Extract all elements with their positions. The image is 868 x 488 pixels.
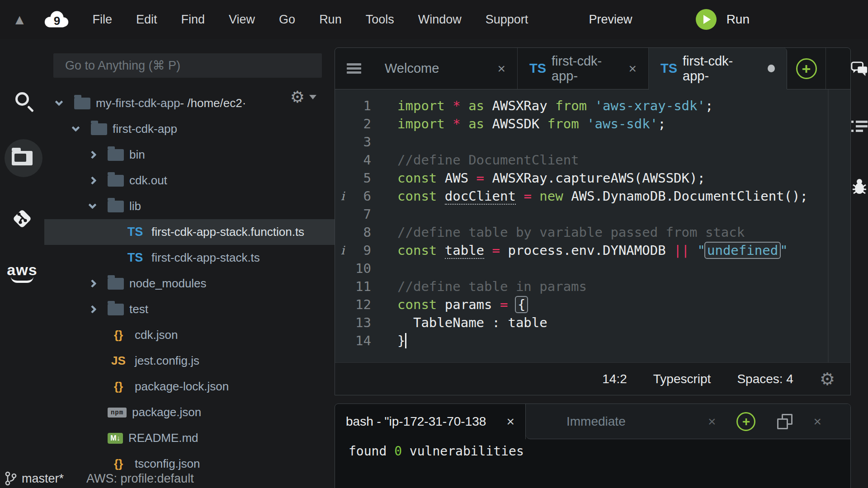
code-line-1[interactable]: 1import * as AWSXRay from 'aws-xray-sdk'…: [335, 97, 850, 115]
aws-profile-label[interactable]: AWS: profile:default: [86, 472, 194, 486]
folder-icon: [108, 304, 124, 315]
tree-item-tsconfig.json[interactable]: {}tsconfig.json: [44, 451, 335, 470]
info-icon[interactable]: i: [335, 244, 350, 257]
files-icon[interactable]: [0, 151, 44, 165]
git-branch-item[interactable]: master*: [5, 471, 64, 486]
tab-label: Welcome: [385, 61, 439, 76]
menu-tools[interactable]: Tools: [366, 13, 394, 27]
line-number: 9: [350, 243, 371, 258]
tree-item-my-first-cdk-app[interactable]: my-first-cdk-app - /home/ec2·: [44, 90, 335, 116]
code-text: //define table in params: [397, 279, 587, 294]
code-line-5[interactable]: 5const AWS = AWSXRay.captureAWS(AWSSDK);: [335, 169, 850, 187]
search-icon[interactable]: [0, 92, 44, 106]
collapse-menu-icon[interactable]: ▲: [15, 13, 24, 26]
editor-panel: Welcome×TSfirst-cdk-app-×TSfirst-cdk-app…: [335, 47, 851, 395]
close-icon[interactable]: ×: [484, 61, 505, 76]
close-icon[interactable]: ×: [506, 414, 514, 429]
tree-item-cdk.out[interactable]: cdk.out: [44, 168, 335, 193]
menu-run[interactable]: Run: [319, 13, 342, 27]
indent-setting[interactable]: Spaces: 4: [737, 372, 793, 386]
code-line-6[interactable]: i6const docClient = new AWS.DynamoDB.Doc…: [335, 187, 850, 205]
code-line-9[interactable]: i9const table = process.env.DYNAMODB || …: [335, 241, 850, 259]
menu-edit[interactable]: Edit: [136, 13, 157, 27]
git-icon[interactable]: [0, 207, 44, 230]
collaborate-icon[interactable]: [851, 61, 868, 77]
tree-item-package-lock.json[interactable]: {}package-lock.json: [44, 374, 335, 399]
tab-list-menu-button[interactable]: [335, 48, 373, 89]
menu-find[interactable]: Find: [181, 13, 205, 27]
chevron-right-icon[interactable]: [88, 150, 96, 159]
tree-item-README.md[interactable]: M↓README.md: [44, 425, 335, 451]
goto-anything-input[interactable]: Go to Anything (⌘ P): [53, 53, 322, 78]
tab-welcome[interactable]: Welcome×: [373, 48, 518, 89]
code-line-14[interactable]: 14}: [335, 332, 850, 350]
language-mode[interactable]: Typescript: [653, 372, 711, 386]
chevron-right-icon[interactable]: [88, 305, 96, 313]
code-line-12[interactable]: 12const params = {: [335, 296, 850, 314]
code-editor[interactable]: 1import * as AWSXRay from 'aws-xray-sdk'…: [335, 89, 850, 362]
tree-item-first-cdk-app-stack.function.ts[interactable]: TSfirst-cdk-app-stack.function.ts: [44, 219, 335, 245]
menu-bar: ▲ 9 FileEditFindViewGoRunToolsWindowSupp…: [0, 0, 868, 39]
menu-go[interactable]: Go: [279, 13, 295, 27]
cursor-position[interactable]: 14:2: [602, 372, 627, 386]
tree-item-first-cdk-app[interactable]: first-cdk-app: [44, 116, 335, 142]
folder-icon: [74, 98, 90, 109]
code-text: const table = process.env.DYNAMODB || "u…: [397, 243, 788, 258]
tree-item-first-cdk-app-stack.ts[interactable]: TSfirst-cdk-app-stack.ts: [44, 245, 335, 271]
code-line-2[interactable]: 2import * as AWSSDK from 'aws-sdk';: [335, 115, 850, 133]
aws-icon[interactable]: aws: [0, 263, 44, 283]
code-line-3[interactable]: 3: [335, 133, 850, 151]
tab-first-cdk-app-[interactable]: TSfirst-cdk-app-×: [518, 48, 649, 89]
info-icon[interactable]: i: [335, 189, 350, 203]
code-line-8[interactable]: 8//define table by variable passed from …: [335, 223, 850, 241]
close-icon[interactable]: ×: [615, 61, 637, 76]
close-icon[interactable]: ×: [708, 414, 716, 429]
tree-item-cdk.json[interactable]: {}cdk.json: [44, 322, 335, 348]
menu-view[interactable]: View: [229, 13, 255, 27]
chevron-down-icon[interactable]: [71, 123, 80, 131]
terminal-tab-bash[interactable]: bash - "ip-172-31-70-138 ×: [335, 404, 526, 439]
outline-icon[interactable]: [851, 120, 868, 133]
terminal-output[interactable]: found 0 vulnerabilities: [335, 439, 850, 488]
code-text: const AWS = AWSXRay.captureAWS(AWSSDK);: [397, 170, 705, 186]
terminal-tab-strip: Immediate × + ×: [526, 404, 850, 439]
code-line-4[interactable]: 4//define DocumentClient: [335, 151, 850, 169]
code-line-13[interactable]: 13 TableName : table: [335, 314, 850, 332]
cloud9-logo[interactable]: 9: [42, 9, 71, 29]
code-line-7[interactable]: 7: [335, 205, 850, 223]
debugger-icon[interactable]: [851, 178, 868, 195]
folder-icon: [91, 123, 107, 135]
code-line-11[interactable]: 11//define table in params: [335, 277, 850, 296]
code-line-10[interactable]: 10: [335, 259, 850, 277]
terminal-tab-immediate[interactable]: Immediate: [566, 414, 626, 429]
run-button[interactable]: Run: [696, 9, 750, 30]
run-play-icon[interactable]: [696, 9, 717, 30]
line-number: 14: [350, 333, 371, 348]
menu-items: FileEditFindViewGoRunToolsWindowSupport: [92, 13, 552, 27]
tree-item-jest.config.js[interactable]: JSjest.config.js: [44, 348, 335, 374]
new-tab-button[interactable]: +: [787, 48, 826, 89]
new-terminal-button[interactable]: +: [736, 412, 755, 431]
tab-first-cdk-app-[interactable]: TSfirst-cdk-app-: [649, 48, 787, 89]
menu-window[interactable]: Window: [418, 13, 462, 27]
chevron-right-icon[interactable]: [88, 279, 96, 287]
tree-item-lib[interactable]: lib: [44, 193, 335, 219]
menu-support[interactable]: Support: [486, 13, 528, 27]
tree-item-node_modules[interactable]: node_modules: [44, 271, 335, 296]
tree-item-test[interactable]: test: [44, 296, 335, 322]
chevron-right-icon[interactable]: [88, 176, 96, 184]
menu-file[interactable]: File: [92, 13, 112, 27]
preview-button[interactable]: Preview: [589, 13, 632, 27]
text-cursor: [405, 333, 406, 348]
tree-item-bin[interactable]: bin: [44, 142, 335, 168]
line-number: 4: [350, 152, 371, 168]
close-panel-icon[interactable]: ×: [813, 414, 821, 429]
chevron-down-icon[interactable]: [88, 201, 96, 209]
maximize-icon[interactable]: [777, 414, 793, 429]
tree-item-package.json[interactable]: npmpackage.json: [44, 399, 335, 425]
tree-item-path: - /home/ec2·: [180, 96, 246, 110]
code-text: const docClient = new AWS.DynamoDB.Docum…: [397, 188, 808, 204]
chevron-down-icon[interactable]: [55, 98, 63, 106]
editor-settings-gear-icon[interactable]: ⚙: [820, 369, 835, 389]
js-icon: JS: [108, 354, 129, 368]
